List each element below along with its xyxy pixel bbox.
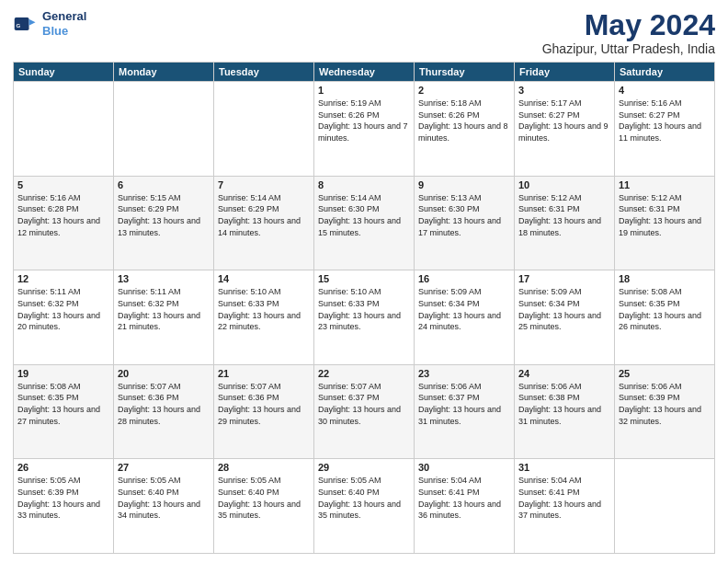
day-number: 28 [218, 462, 310, 473]
day-info: Sunrise: 5:11 AMSunset: 6:32 PMDaylight:… [17, 286, 109, 332]
logo-line1: General [42, 9, 86, 24]
day-number: 26 [17, 462, 109, 473]
week-row-4: 19 Sunrise: 5:08 AMSunset: 6:35 PMDaylig… [14, 364, 715, 459]
day-info: Sunrise: 5:07 AMSunset: 6:37 PMDaylight:… [318, 381, 410, 427]
day-info: Sunrise: 5:05 AMSunset: 6:39 PMDaylight:… [17, 475, 109, 521]
table-cell: 25 Sunrise: 5:06 AMSunset: 6:39 PMDaylig… [615, 364, 715, 459]
day-info: Sunrise: 5:06 AMSunset: 6:37 PMDaylight:… [418, 381, 510, 427]
month-title: May 2024 [542, 9, 715, 41]
table-cell [214, 82, 314, 177]
day-info: Sunrise: 5:15 AMSunset: 6:29 PMDaylight:… [118, 192, 210, 238]
day-number: 1 [318, 85, 410, 96]
day-number: 19 [17, 368, 109, 379]
header: G General Blue May 2024 Ghazipur, Uttar … [13, 9, 715, 56]
day-info: Sunrise: 5:13 AMSunset: 6:30 PMDaylight:… [418, 192, 510, 238]
table-cell: 1 Sunrise: 5:19 AMSunset: 6:26 PMDayligh… [314, 82, 415, 177]
day-number: 9 [418, 179, 510, 190]
day-info: Sunrise: 5:05 AMSunset: 6:40 PMDaylight:… [218, 475, 310, 521]
day-number: 12 [17, 273, 109, 284]
table-cell: 16 Sunrise: 5:09 AMSunset: 6:34 PMDaylig… [415, 270, 515, 365]
week-row-1: 1 Sunrise: 5:19 AMSunset: 6:26 PMDayligh… [14, 82, 715, 177]
day-info: Sunrise: 5:14 AMSunset: 6:30 PMDaylight:… [318, 192, 410, 238]
table-cell: 15 Sunrise: 5:10 AMSunset: 6:33 PMDaylig… [314, 270, 415, 365]
day-number: 29 [318, 462, 410, 473]
col-monday: Monday [114, 63, 214, 82]
day-info: Sunrise: 5:14 AMSunset: 6:29 PMDaylight:… [218, 192, 310, 238]
logo: G General Blue [13, 9, 86, 38]
calendar-table: Sunday Monday Tuesday Wednesday Thursday… [13, 62, 715, 554]
day-info: Sunrise: 5:07 AMSunset: 6:36 PMDaylight:… [218, 381, 310, 427]
table-cell [14, 82, 114, 177]
day-number: 14 [218, 273, 310, 284]
day-info: Sunrise: 5:09 AMSunset: 6:34 PMDaylight:… [518, 286, 610, 332]
table-cell: 5 Sunrise: 5:16 AMSunset: 6:28 PMDayligh… [14, 176, 114, 270]
table-cell: 11 Sunrise: 5:12 AMSunset: 6:31 PMDaylig… [615, 176, 715, 270]
day-number: 18 [619, 273, 711, 284]
table-cell: 7 Sunrise: 5:14 AMSunset: 6:29 PMDayligh… [214, 176, 314, 270]
table-cell: 29 Sunrise: 5:05 AMSunset: 6:40 PMDaylig… [314, 459, 415, 554]
day-number: 27 [118, 462, 210, 473]
table-cell: 30 Sunrise: 5:04 AMSunset: 6:41 PMDaylig… [415, 459, 515, 554]
week-row-2: 5 Sunrise: 5:16 AMSunset: 6:28 PMDayligh… [14, 176, 715, 270]
table-cell: 13 Sunrise: 5:11 AMSunset: 6:32 PMDaylig… [114, 270, 214, 365]
table-cell: 28 Sunrise: 5:05 AMSunset: 6:40 PMDaylig… [214, 459, 314, 554]
table-cell: 26 Sunrise: 5:05 AMSunset: 6:39 PMDaylig… [14, 459, 114, 554]
day-number: 13 [118, 273, 210, 284]
day-number: 5 [17, 179, 109, 190]
day-number: 21 [218, 368, 310, 379]
col-tuesday: Tuesday [214, 63, 314, 82]
day-info: Sunrise: 5:10 AMSunset: 6:33 PMDaylight:… [318, 286, 410, 332]
day-number: 23 [418, 368, 510, 379]
table-cell: 19 Sunrise: 5:08 AMSunset: 6:35 PMDaylig… [14, 364, 114, 459]
day-info: Sunrise: 5:06 AMSunset: 6:38 PMDaylight:… [518, 381, 610, 427]
day-number: 17 [518, 273, 610, 284]
week-row-3: 12 Sunrise: 5:11 AMSunset: 6:32 PMDaylig… [14, 270, 715, 365]
table-cell: 21 Sunrise: 5:07 AMSunset: 6:36 PMDaylig… [214, 364, 314, 459]
table-cell: 22 Sunrise: 5:07 AMSunset: 6:37 PMDaylig… [314, 364, 415, 459]
table-cell: 10 Sunrise: 5:12 AMSunset: 6:31 PMDaylig… [515, 176, 615, 270]
day-number: 31 [518, 462, 610, 473]
table-cell: 3 Sunrise: 5:17 AMSunset: 6:27 PMDayligh… [515, 82, 615, 177]
day-info: Sunrise: 5:18 AMSunset: 6:26 PMDaylight:… [418, 98, 510, 144]
table-cell: 31 Sunrise: 5:04 AMSunset: 6:41 PMDaylig… [515, 459, 615, 554]
day-info: Sunrise: 5:09 AMSunset: 6:34 PMDaylight:… [418, 286, 510, 332]
day-number: 22 [318, 368, 410, 379]
day-number: 3 [518, 85, 610, 96]
table-cell: 8 Sunrise: 5:14 AMSunset: 6:30 PMDayligh… [314, 176, 415, 270]
col-saturday: Saturday [615, 63, 715, 82]
day-number: 15 [318, 273, 410, 284]
table-cell: 18 Sunrise: 5:08 AMSunset: 6:35 PMDaylig… [615, 270, 715, 365]
col-friday: Friday [515, 63, 615, 82]
table-cell: 14 Sunrise: 5:10 AMSunset: 6:33 PMDaylig… [214, 270, 314, 365]
day-info: Sunrise: 5:12 AMSunset: 6:31 PMDaylight:… [518, 192, 610, 238]
day-number: 24 [518, 368, 610, 379]
table-cell: 24 Sunrise: 5:06 AMSunset: 6:38 PMDaylig… [515, 364, 615, 459]
week-row-5: 26 Sunrise: 5:05 AMSunset: 6:39 PMDaylig… [14, 459, 715, 554]
day-info: Sunrise: 5:19 AMSunset: 6:26 PMDaylight:… [318, 98, 410, 144]
table-cell: 27 Sunrise: 5:05 AMSunset: 6:40 PMDaylig… [114, 459, 214, 554]
day-info: Sunrise: 5:05 AMSunset: 6:40 PMDaylight:… [318, 475, 410, 521]
day-info: Sunrise: 5:17 AMSunset: 6:27 PMDaylight:… [518, 98, 610, 144]
logo-icon: G [13, 11, 39, 37]
table-cell: 20 Sunrise: 5:07 AMSunset: 6:36 PMDaylig… [114, 364, 214, 459]
col-sunday: Sunday [14, 63, 114, 82]
day-number: 25 [619, 368, 711, 379]
day-info: Sunrise: 5:10 AMSunset: 6:33 PMDaylight:… [218, 286, 310, 332]
svg-marker-1 [29, 18, 36, 25]
table-cell: 4 Sunrise: 5:16 AMSunset: 6:27 PMDayligh… [615, 82, 715, 177]
day-number: 16 [418, 273, 510, 284]
table-cell: 2 Sunrise: 5:18 AMSunset: 6:26 PMDayligh… [415, 82, 515, 177]
table-cell: 23 Sunrise: 5:06 AMSunset: 6:37 PMDaylig… [415, 364, 515, 459]
day-number: 7 [218, 179, 310, 190]
day-info: Sunrise: 5:16 AMSunset: 6:28 PMDaylight:… [17, 192, 109, 238]
table-cell [615, 459, 715, 554]
day-number: 10 [518, 179, 610, 190]
logo-text: General Blue [42, 9, 86, 38]
svg-text:G: G [17, 21, 21, 28]
logo-line2: Blue [42, 24, 68, 38]
day-info: Sunrise: 5:08 AMSunset: 6:35 PMDaylight:… [17, 381, 109, 427]
day-info: Sunrise: 5:06 AMSunset: 6:39 PMDaylight:… [619, 381, 711, 427]
table-cell [114, 82, 214, 177]
day-info: Sunrise: 5:04 AMSunset: 6:41 PMDaylight:… [418, 475, 510, 521]
day-info: Sunrise: 5:12 AMSunset: 6:31 PMDaylight:… [619, 192, 711, 238]
